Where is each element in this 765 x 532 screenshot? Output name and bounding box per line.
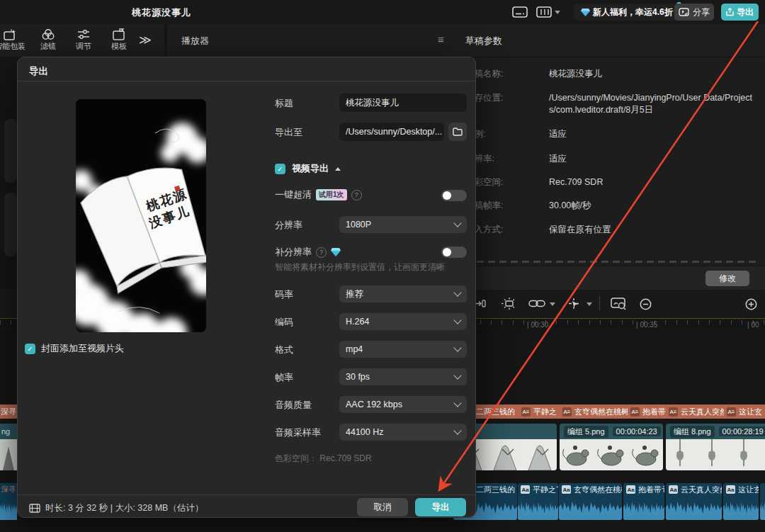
fps-select-value: 30 fps [346,372,370,382]
audio-clip[interactable]: Aa 云天真人突然 [666,483,722,520]
toolbar-more-button[interactable]: ≫ [139,33,150,47]
checkbox-checked-icon[interactable]: ✓ [25,344,35,354]
framerate-value: 30.00帧/秒 [549,200,756,212]
video-clip[interactable]: 编组 5.png 00:00:04:23 [560,424,663,470]
video-clip-name: ng [0,424,17,439]
draft-footer: 修改 [458,266,765,290]
tool-filter[interactable]: 滤镜 [30,27,67,52]
hd-toggle-off[interactable] [441,190,467,201]
link-icon[interactable] [528,300,545,307]
chevron-down-icon [453,316,461,324]
hd-label: 一键超清 [275,188,312,201]
player-menu-icon[interactable]: ≡ [438,33,444,45]
super-resolution-toggle-off[interactable] [441,247,467,258]
title-bar: 桃花源没事儿 新人福利，幸运4.6折 分享 [0,0,765,24]
player-panel-header: 播放器 ≡ [167,24,476,57]
bitrate-select[interactable]: 推荐 [339,285,467,302]
video-clip[interactable]: 编组 8.png 00:00:28:19 [666,424,765,470]
chevron-down-icon [453,371,461,379]
modify-button[interactable]: 修改 [706,271,749,286]
select-cursor-icon[interactable] [567,298,581,310]
tool-adjust[interactable]: 调节 [65,27,102,52]
chevron-down-icon[interactable] [586,302,592,306]
draft-params-header: 草稿参数 [458,24,765,57]
chevron-down-icon [453,344,461,351]
save-path-value: /Users/sunny/Movies/JianyingPro/User Dat… [549,92,756,116]
audio-clip[interactable]: Aa 平静之下 [518,483,558,520]
video-clip-header: 编组 5.png 00:00:04:23 [560,424,663,439]
smart-package-icon [3,28,17,40]
codec-select[interactable]: H.264 [339,313,467,330]
auto-cut-icon[interactable] [502,298,517,310]
share-button[interactable]: 分享 [674,4,714,21]
audio-clip[interactable]: Aa 抱着带讠 [623,483,664,520]
text-clip-icon: A≡ [562,407,572,417]
audio-clip-icon: Aa [669,485,678,494]
export-top-label: 导出 [737,6,754,18]
duration-size-text: 时长: 3 分 32 秒 | 大小: 328 MB（估计） [45,502,203,514]
video-thumbnail [666,439,765,470]
audio-clip[interactable]: Aa 玄穹偶然在桃树 [559,483,622,520]
text-clip[interactable]: A≡ 这让玄 [724,404,765,419]
fps-select[interactable]: 30 fps [339,368,467,385]
checkbox-checked-icon[interactable]: ✓ [275,164,285,174]
text-clip[interactable]: A≡ 抱着带 [628,404,670,419]
chevron-down-icon [453,426,461,434]
video-export-section[interactable]: ✓ 视频导出 [275,162,341,175]
text-clip-icon: A≡ [630,407,640,417]
zoom-out-icon[interactable] [640,298,652,310]
video-clip-sliver[interactable]: ng [0,424,17,470]
layout-switch-button[interactable] [534,5,562,19]
text-clip[interactable]: A≡ 玄穹偶然在桃树 [560,404,632,419]
subtitle-panel-button[interactable] [510,5,530,19]
trial-badge: 试用1次 [316,189,347,200]
audio-quality-field-label: 音频质量 [275,399,312,412]
export-button-top[interactable]: 导出 [721,4,759,21]
export-button-dialog[interactable]: 导出 [415,498,466,516]
format-select[interactable]: mp4 [339,341,467,358]
film-icon [29,504,40,513]
adjust-icon [76,28,91,40]
help-icon[interactable]: ? [316,247,327,258]
video-clip-name: 编组 8.png [670,426,715,438]
fps-field-label: 帧率 [275,371,293,384]
promo-badge[interactable]: 新人福利，幸运4.6折 [574,4,680,21]
text-clip[interactable]: A≡ 云天真人突然 [666,404,728,419]
preview-quality-icon[interactable] [611,298,628,310]
vip-diamond-icon [331,248,341,256]
dest-field-label: 导出至 [275,126,302,139]
audio-clip-label: 深寻 [1,485,16,494]
text-clip-label: 这让玄 [739,407,762,417]
text-clip[interactable]: A≡ 平静之 [518,404,564,419]
sample-rate-field-label: 音频采样率 [275,426,321,439]
audio-clip[interactable] [760,483,765,520]
cancel-button[interactable]: 取消 [357,498,408,516]
cover-checkbox-row[interactable]: ✓ 封面添加至视频片头 [25,342,124,355]
layout-icon [536,6,552,18]
zoom-in-icon[interactable] [745,298,757,310]
tool-label: 调节 [65,41,102,52]
player-title: 播放器 [181,35,209,47]
tool-template[interactable]: 模板 [101,27,137,52]
help-icon[interactable]: ? [351,190,362,200]
dest-input-value: /Users/sunny/Desktop/... [346,127,442,137]
chevron-down-icon [453,399,461,407]
text-clip-icon: A≡ [727,407,736,417]
audio-clip-label: 云天真人突然 [681,485,722,495]
sample-rate-select[interactable]: 44100 Hz [339,424,467,441]
chevron-down-icon[interactable] [550,302,555,306]
audio-clip[interactable]: Aa 这让玄 [723,483,759,520]
tool-smart-package[interactable]: 智能包装 [0,27,28,52]
hd-row: 一键超清 试用1次 ? [275,188,362,201]
audio-quality-select[interactable]: AAC 192 kbps [339,396,467,413]
folder-icon [453,128,463,136]
promo-text: 新人福利，幸运4.6折 [593,6,673,18]
super-resolution-row: 补分辨率 ? [275,246,341,259]
title-input[interactable]: 桃花源没事儿 [339,94,467,112]
collapse-up-icon[interactable] [335,167,341,171]
browse-folder-button[interactable] [448,123,467,141]
audio-clip-sliver[interactable]: 深寻 [0,483,17,520]
ruler-label: | 00:35 [636,321,657,329]
resolution-select[interactable]: 1080P [339,216,467,233]
dest-input[interactable]: /Users/sunny/Desktop/... [339,123,444,141]
